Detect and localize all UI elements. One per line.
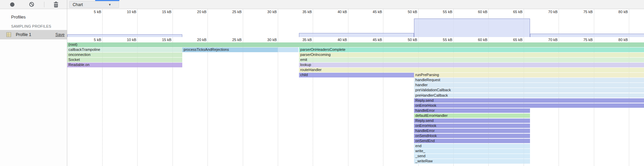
chart-region: (root)callbackTrampolineprocessTicksAndR… [67,9,644,166]
tick-label: 70 kB [548,10,558,14]
flame-bar-onErrorHook[interactable]: onErrorHook [414,103,644,108]
flame-bar-processTicksAndRejections[interactable]: processTicksAndRejections [182,47,278,52]
profiler-toolbar: Chart ▼ [0,0,644,9]
trash-icon [54,2,58,3]
tick-label: 30 kB [267,38,277,42]
tick-label: 35 kB [302,38,312,42]
tick-label: 15 kB [162,38,172,42]
flame-bar-runPreParsing[interactable]: runPreParsing [414,73,644,77]
sidebar-divider [67,0,67,166]
tick-label: 75 kB [583,10,593,14]
tick-label: 10 kB [127,38,136,42]
tick-label: 50 kB [408,38,417,42]
tick-label: 45 kB [373,10,382,14]
flame-bar-handleError[interactable]: handleError [414,108,530,113]
flame-bar-(root)[interactable]: (root) [67,42,644,47]
flame-bar-emit[interactable]: emit [299,58,644,62]
sidebar-item-profile-1[interactable]: Profile 1 Save [0,30,67,39]
flame-bar-child[interactable]: child [299,73,414,77]
tick-label: 15 kB [162,10,172,14]
tick-label: 60 kB [478,38,487,42]
flame-bar-parserOnIncoming[interactable]: parserOnIncoming [299,53,644,57]
chevron-down-icon: ▼ [108,3,111,6]
allocation-profiler-panel: Chart ▼ Profiles SAMPLING PROFILES Profi… [0,0,644,166]
toolbar-separator [44,2,44,7]
profile-name: Profile 1 [16,32,31,37]
view-mode-select[interactable]: Chart ▼ [69,1,119,8]
trash-icon [54,4,58,7]
tick-label: 55 kB [443,10,452,14]
tick-label: 35 kB [302,10,312,14]
flame-bar-onSendHook[interactable]: onSendHook [414,134,530,138]
tick-label: 70 kB [548,38,558,42]
overview-segment[interactable] [67,34,182,37]
tick-label: 5 kB [94,38,101,42]
flame-bar-onconnection[interactable]: onconnection [67,53,182,57]
tick-label: 20 kB [197,10,206,14]
delete-profile-button[interactable] [53,2,59,7]
flame-bar-Reply.send[interactable]: Reply.send [414,119,530,123]
flame-bar-handler[interactable]: handler [414,83,644,88]
tick-label: 55 kB [443,38,452,42]
tick-label: 30 kB [267,10,277,14]
profiles-sidebar: Profiles SAMPLING PROFILES Profile 1 Sav… [0,9,67,166]
sidebar-title: Profiles [11,14,26,20]
save-profile-link[interactable]: Save [55,32,65,37]
tick-label: 45 kB [373,38,382,42]
tick-label: 25 kB [232,10,241,14]
flame-bar-write_[interactable]: write_ [414,149,530,154]
flame-bar-onSendEnd[interactable]: onSendEnd [414,139,530,143]
tick-label: 40 kB [338,38,347,42]
flame-bar-routeHandler[interactable]: routeHandler [299,68,644,72]
flame-bar-preValidationCallback[interactable]: preValidationCallback [414,88,644,93]
tick-label: 60 kB [478,10,487,14]
tick-label: 80 kB [618,38,628,42]
view-mode-value: Chart [73,2,83,7]
flame-bar-_writeRaw[interactable]: _writeRaw [414,159,530,164]
record-button[interactable] [10,2,14,7]
clear-button[interactable] [29,2,34,7]
flame-bar-end[interactable]: end [414,144,530,148]
tick-label: 50 kB [408,10,417,14]
flame-bar-Reply.send[interactable]: Reply.send [414,98,644,103]
flame-bar-_send[interactable]: _send [414,154,530,159]
flame-bar-Readable.on[interactable]: Readable.on [67,63,182,67]
overview-segment[interactable] [530,34,644,37]
flame-bar-callbackTrampoline[interactable]: callbackTrampoline [67,47,182,52]
tick-label: 80 kB [618,10,628,14]
tick-label: 25 kB [232,38,241,42]
overview-segment[interactable] [414,19,530,37]
tick-label: 40 kB [338,10,347,14]
flame-bar-handleError[interactable]: handleError [414,129,530,133]
tick-label: 5 kB [94,10,101,14]
flame-bar-parserOnHeadersComplete[interactable]: parserOnHeadersComplete [299,47,644,52]
flame-bar-preHandlerCallback[interactable]: preHandlerCallback [414,93,644,98]
tick-label: 10 kB [127,10,136,14]
flame-chart: (root)callbackTrampolineprocessTicksAndR… [67,42,644,166]
tick-label: 75 kB [583,38,593,42]
overview-segment[interactable] [299,33,414,37]
tick-label: 20 kB [197,38,206,42]
flame-bar-defaultErrorHandler[interactable]: defaultErrorHandler [414,113,530,118]
flame-bar-unlabeled[interactable] [278,47,298,52]
tick-label: 65 kB [513,10,523,14]
active-tab-indicator [95,0,119,1]
flame-bar-lookup[interactable]: lookup [299,63,644,67]
flame-bar-onErrorHook[interactable]: onErrorHook [414,124,530,128]
flame-bar-handleRequest[interactable]: handleRequest [414,78,644,82]
tick-label: 65 kB [513,38,523,42]
flame-bar-Socket[interactable]: Socket [67,58,182,62]
sampling-profiles-section-label: SAMPLING PROFILES [11,24,51,28]
profile-table-icon [6,32,11,37]
